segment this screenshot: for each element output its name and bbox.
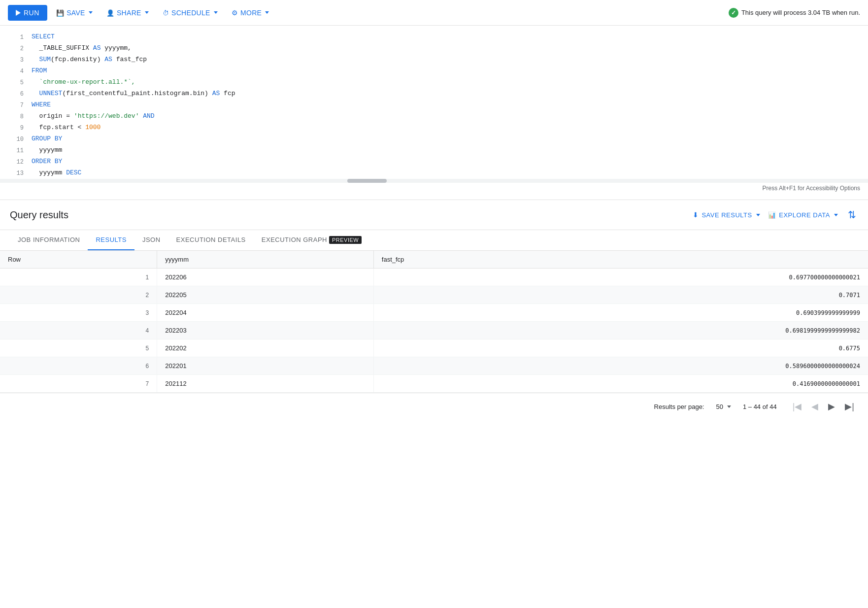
results-table-container[interactable]: Rowyyyymmfast_fcp 12022060.6977000000000… xyxy=(0,251,868,393)
line-content: yyyymm xyxy=(32,145,62,156)
next-page-button[interactable]: ▶ xyxy=(824,399,839,414)
line-number: 8 xyxy=(8,111,24,122)
results-table: Rowyyyymmfast_fcp 12022060.6977000000000… xyxy=(0,251,868,393)
cell-fast-fcp: 0.697700000000000021 xyxy=(373,269,868,286)
pagination-label: Results per page: xyxy=(654,403,704,410)
pagination: Results per page: 50 1 – 44 of 44 |◀ ◀ ▶… xyxy=(0,393,868,420)
line-number: 10 xyxy=(8,134,24,145)
more-chevron-icon xyxy=(265,11,269,14)
line-content: yyyymm DESC xyxy=(32,168,81,178)
share-chevron-icon xyxy=(145,11,149,14)
line-number: 11 xyxy=(8,145,24,156)
line-number: 2 xyxy=(8,43,24,54)
line-number: 9 xyxy=(8,122,24,134)
editor-scrollbar-thumb[interactable] xyxy=(347,179,387,183)
save-chevron-icon xyxy=(89,11,93,14)
line-content: GROUP BY xyxy=(32,134,62,144)
editor-scrollbar[interactable] xyxy=(0,179,868,183)
line-number: 13 xyxy=(8,168,24,179)
code-line: 12ORDER BY xyxy=(0,156,868,168)
cell-row-num: 2 xyxy=(0,286,157,304)
cell-row-num: 7 xyxy=(0,375,157,393)
table-row: 42022030.6981999999999999982 xyxy=(0,322,868,339)
code-line: 8 origin = 'https://web.dev' AND xyxy=(0,111,868,122)
code-line: 7WHERE xyxy=(0,100,868,111)
schedule-label: SCHEDULE xyxy=(171,9,210,17)
line-content: ORDER BY xyxy=(32,156,62,167)
line-content: `chrome-ux-report.all.*`, xyxy=(32,77,135,88)
query-info: This query will process 3.04 TB when run… xyxy=(729,8,860,18)
explore-data-button[interactable]: EXPLORE DATA xyxy=(768,211,838,219)
share-label: SHARE xyxy=(117,9,141,17)
schedule-button[interactable]: SCHEDULE xyxy=(158,5,223,21)
line-number: 3 xyxy=(8,54,24,66)
query-info-text: This query will process 3.04 TB when run… xyxy=(741,9,860,16)
run-button[interactable]: RUN xyxy=(8,5,47,21)
prev-page-button[interactable]: ◀ xyxy=(807,399,822,414)
line-number: 7 xyxy=(8,100,24,111)
more-label: MORE xyxy=(240,9,262,17)
line-content: origin = 'https://web.dev' AND xyxy=(32,111,155,122)
line-content: WHERE xyxy=(32,100,51,110)
cell-yyyymm: 202201 xyxy=(157,357,374,375)
play-icon xyxy=(16,10,21,16)
code-line: 9 fcp.start < 1000 xyxy=(0,122,868,134)
code-line: 11 yyyymm xyxy=(0,145,868,156)
cell-fast-fcp: 0.5896000000000000024 xyxy=(373,357,868,375)
code-editor[interactable]: 1SELECT2 _TABLE_SUFFIX AS yyyymm,3 SUM(f… xyxy=(0,26,868,200)
cell-row-num: 5 xyxy=(0,339,157,357)
run-label: RUN xyxy=(24,9,39,17)
page-size-selector[interactable]: 50 xyxy=(716,403,731,410)
cell-row-num: 4 xyxy=(0,322,157,339)
code-line: 6 UNNEST(first_contentful_paint.histogra… xyxy=(0,88,868,100)
line-content: fcp.start < 1000 xyxy=(32,122,100,133)
tab-results[interactable]: RESULTS xyxy=(88,230,134,250)
cell-fast-fcp: 0.6903999999999999 xyxy=(373,304,868,322)
save-results-button[interactable]: SAVE RESULTS xyxy=(693,211,760,219)
save-results-label: SAVE RESULTS xyxy=(701,211,752,219)
toolbar: RUN SAVE SHARE SCHEDULE MORE This query … xyxy=(0,0,868,26)
cell-yyyymm: 202112 xyxy=(157,375,374,393)
save-button[interactable]: SAVE xyxy=(51,5,98,21)
tab-execution-details[interactable]: EXECUTION DETAILS xyxy=(168,230,254,250)
line-content: FROM xyxy=(32,66,47,76)
save-label: SAVE xyxy=(67,9,85,17)
download-icon xyxy=(693,211,699,219)
cell-row-num: 3 xyxy=(0,304,157,322)
explore-data-chevron-icon xyxy=(834,214,838,216)
cell-fast-fcp: 0.6981999999999999982 xyxy=(373,322,868,339)
save-icon xyxy=(56,9,64,17)
page-size-value: 50 xyxy=(716,403,723,410)
code-line: 1SELECT xyxy=(0,32,868,43)
share-button[interactable]: SHARE xyxy=(101,5,154,21)
more-icon xyxy=(232,9,238,17)
schedule-icon xyxy=(163,9,169,17)
code-lines: 1SELECT2 _TABLE_SUFFIX AS yyyymm,3 SUM(f… xyxy=(0,32,868,179)
results-header: Query results SAVE RESULTS EXPLORE DATA … xyxy=(0,200,868,230)
line-content: SELECT xyxy=(32,32,55,42)
line-number: 5 xyxy=(8,77,24,88)
first-page-button[interactable]: |◀ xyxy=(789,399,806,414)
tab-job-information[interactable]: JOB INFORMATION xyxy=(10,230,88,250)
last-page-button[interactable]: ▶| xyxy=(841,399,858,414)
line-number: 6 xyxy=(8,88,24,100)
line-content: _TABLE_SUFFIX AS yyyymm, xyxy=(32,43,132,54)
expand-collapse-button[interactable]: ⇅ xyxy=(846,207,858,223)
column-header-yyyymm: yyyymm xyxy=(157,251,374,269)
line-content: SUM(fcp.density) AS fast_fcp xyxy=(32,54,147,65)
page-info: 1 – 44 of 44 xyxy=(743,403,777,410)
more-button[interactable]: MORE xyxy=(227,5,274,21)
results-title: Query results xyxy=(10,209,693,221)
tab-json[interactable]: JSON xyxy=(134,230,168,250)
tab-execution-graph[interactable]: EXECUTION GRAPHPREVIEW xyxy=(254,230,369,250)
code-line: 10GROUP BY xyxy=(0,134,868,145)
cell-row-num: 1 xyxy=(0,269,157,286)
code-line: 13 yyyymm DESC xyxy=(0,168,868,179)
table-row: 32022040.6903999999999999 xyxy=(0,304,868,322)
results-actions: SAVE RESULTS EXPLORE DATA ⇅ xyxy=(693,207,858,223)
page-size-chevron-icon xyxy=(727,405,731,408)
schedule-chevron-icon xyxy=(214,11,218,14)
line-content: UNNEST(first_contentful_paint.histogram.… xyxy=(32,88,235,99)
code-line: 4FROM xyxy=(0,66,868,77)
code-line: 3 SUM(fcp.density) AS fast_fcp xyxy=(0,54,868,66)
